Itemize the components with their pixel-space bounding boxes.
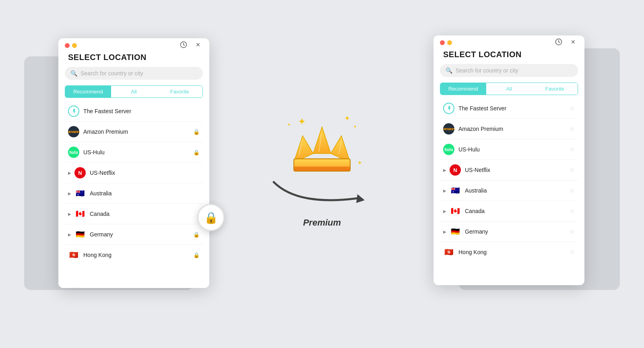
search-icon-left: 🔍 (70, 70, 77, 77)
flag-australia-left: 🇦🇺 (74, 188, 86, 199)
window-controls-right-left: ✕ (179, 40, 203, 50)
lock-overlay-button[interactable]: 🔒 (197, 204, 225, 231)
flag-germany-right: 🇩🇪 (450, 226, 461, 237)
crown-svg (286, 120, 358, 176)
sparkle-5: ✦ (357, 160, 362, 166)
server-item-fastest-right[interactable]: The Fastest Server ☆ (440, 98, 578, 119)
server-name-hongkong-left: Hong Kong (83, 252, 193, 258)
server-name-canada-left: Canada (90, 211, 200, 217)
amazon-icon-left: amazon (68, 126, 79, 137)
fastest-icon-right (443, 103, 454, 114)
lock-icon-germany-left: 🔒 (193, 232, 200, 238)
svg-marker-10 (356, 194, 365, 203)
title-bar-left: ✕ (58, 38, 209, 51)
sparkle-2: ✦ (344, 114, 350, 123)
search-bar-left[interactable]: 🔍 Search for country or city (65, 67, 203, 80)
expand-arrow-canada-left: ▶ (68, 212, 71, 216)
server-name-hongkong-right: Hong Kong (458, 249, 570, 255)
title-bar-right: ✕ (433, 35, 584, 48)
app-window-left: ✕ SELECT LOCATION 🔍 Search for country o… (58, 38, 209, 288)
tab-recommend-left[interactable]: Recommend (65, 86, 111, 97)
page-title-right: SELECT LOCATION (440, 48, 578, 64)
search-placeholder-right: Search for country or city (456, 67, 518, 74)
speed-icon-right[interactable] (554, 37, 564, 47)
server-item-netflix-left[interactable]: ▶ N US-Netflix (65, 163, 203, 183)
star-amazon-right[interactable]: ☆ (570, 125, 575, 133)
close-button-left[interactable]: ✕ (193, 40, 203, 50)
window-content-right: SELECT LOCATION 🔍 Search for country or … (433, 48, 584, 269)
crown-container: ✦ ✦ ● ● ✦ (286, 120, 358, 178)
traffic-lights-right (440, 40, 452, 45)
premium-arrow (258, 174, 386, 214)
server-list-left: The Fastest Server amazon Amazon Premium… (65, 101, 203, 265)
svg-rect-5 (294, 167, 350, 171)
traffic-lights-left (65, 43, 77, 48)
server-item-amazon-left[interactable]: amazon Amazon Premium 🔒 (65, 122, 203, 142)
window-content-left: SELECT LOCATION 🔍 Search for country or … (58, 51, 209, 271)
server-item-hulu-right[interactable]: hulu US-Hulu ☆ (440, 139, 578, 160)
expand-arrow-netflix-right: ▶ (443, 168, 446, 172)
server-item-canada-left[interactable]: ▶ 🇨🇦 Canada (65, 204, 203, 224)
hulu-icon-right: hulu (443, 144, 454, 155)
netflix-icon-left: N (74, 167, 86, 178)
page-title-left: SELECT LOCATION (65, 51, 203, 67)
traffic-light-yellow-right[interactable] (447, 40, 452, 45)
flag-canada-right: 🇨🇦 (450, 205, 461, 217)
search-placeholder-left: Search for country or city (80, 70, 143, 77)
tab-recommend-right[interactable]: Recommend (440, 83, 486, 95)
server-item-canada-right[interactable]: ▶ 🇨🇦 Canada ☆ (440, 201, 578, 222)
center-illustration: ✦ ✦ ● ● ✦ (262, 120, 382, 228)
traffic-light-red-right[interactable] (440, 40, 445, 45)
tab-all-left[interactable]: All (111, 86, 157, 97)
flag-hongkong-right: 🇭🇰 (443, 246, 454, 258)
close-button-right[interactable]: ✕ (568, 37, 578, 47)
server-name-amazon-left: Amazon Premium (83, 128, 193, 135)
lock-icon-hulu-left: 🔒 (193, 149, 200, 155)
flag-australia-right: 🇦🇺 (450, 185, 461, 196)
server-item-germany-right[interactable]: ▶ 🇩🇪 Germany ☆ (440, 222, 578, 242)
star-australia-right[interactable]: ☆ (570, 187, 575, 194)
server-item-amazon-right[interactable]: amazon Amazon Premium ☆ (440, 119, 578, 139)
server-item-australia-right[interactable]: ▶ 🇦🇺 Australia ☆ (440, 180, 578, 201)
star-germany-right[interactable]: ☆ (570, 228, 575, 235)
star-hongkong-right[interactable]: ☆ (570, 249, 575, 256)
search-bar-right[interactable]: 🔍 Search for country or city (440, 64, 578, 77)
star-netflix-right[interactable]: ☆ (570, 166, 575, 174)
sparkle-3: ● (354, 124, 356, 128)
server-name-hulu-left: US-Hulu (83, 149, 193, 155)
server-item-netflix-right[interactable]: ▶ N US-Netflix ☆ (440, 160, 578, 180)
tabs-right: Recommend All Favorite (440, 83, 578, 95)
expand-arrow-germany-right: ▶ (443, 230, 446, 234)
server-item-germany-left[interactable]: ▶ 🇩🇪 Germany 🔒 (65, 224, 203, 245)
star-hulu-right[interactable]: ☆ (570, 146, 575, 153)
expand-arrow-australia-left: ▶ (68, 191, 71, 196)
sparkle-1: ✦ (298, 116, 306, 127)
server-item-hongkong-left[interactable]: 🇭🇰 Hong Kong 🔒 (65, 245, 203, 265)
tab-favorite-left[interactable]: Favorite (157, 86, 202, 97)
speed-icon-left[interactable] (179, 40, 188, 50)
fastest-icon-left (68, 106, 79, 117)
tab-all-right[interactable]: All (486, 83, 532, 95)
server-item-australia-left[interactable]: ▶ 🇦🇺 Australia (65, 183, 203, 204)
star-fastest-right[interactable]: ☆ (570, 105, 575, 112)
server-item-hongkong-right[interactable]: 🇭🇰 Hong Kong ☆ (440, 242, 578, 262)
server-item-hulu-left[interactable]: hulu US-Hulu 🔒 (65, 142, 203, 163)
flag-canada-left: 🇨🇦 (74, 208, 86, 220)
search-icon-right: 🔍 (446, 67, 452, 74)
server-item-fastest-left[interactable]: The Fastest Server (65, 101, 203, 122)
tab-favorite-right[interactable]: Favorite (532, 83, 578, 95)
lock-icon-hongkong-left: 🔒 (193, 252, 200, 258)
server-name-australia-left: Australia (90, 190, 200, 197)
netflix-icon-right: N (450, 164, 461, 176)
server-name-hulu-right: US-Hulu (458, 146, 570, 153)
expand-arrow-netflix-left: ▶ (68, 171, 71, 175)
tabs-left: Recommend All Favorite (65, 85, 203, 98)
traffic-light-red[interactable] (65, 43, 70, 48)
svg-marker-2 (313, 127, 331, 154)
server-name-fastest-left: The Fastest Server (83, 108, 200, 114)
svg-marker-3 (331, 136, 350, 162)
server-name-australia-right: Australia (465, 187, 570, 194)
server-name-netflix-left: US-Netflix (90, 170, 200, 176)
traffic-light-yellow[interactable] (72, 43, 77, 48)
star-canada-right[interactable]: ☆ (570, 207, 575, 215)
